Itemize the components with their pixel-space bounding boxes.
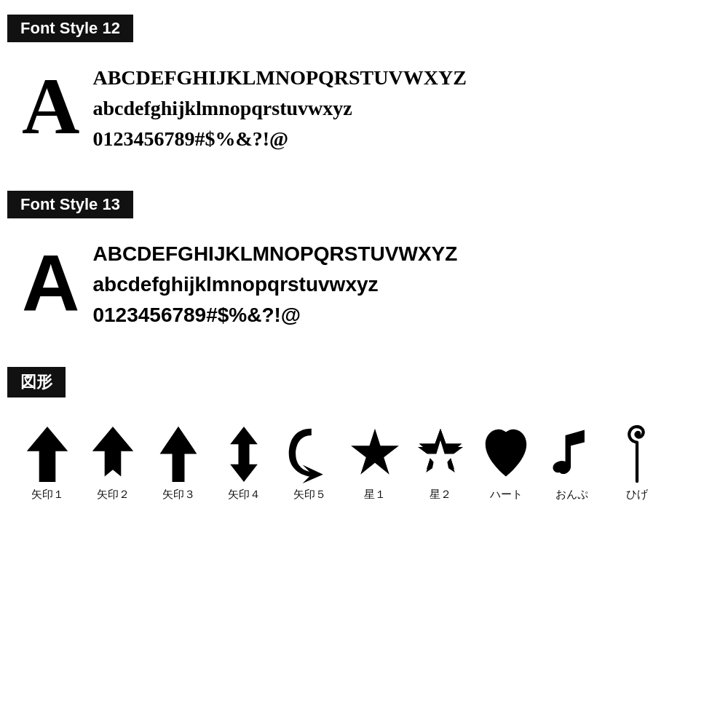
yazirushi3-label: 矢印３ [162, 488, 195, 502]
font-style-13-label: Font Style 13 [7, 191, 133, 218]
figures-label: 図形 [7, 367, 66, 397]
font-style-12-big-letter: A [22, 66, 79, 146]
yazirushi3-icon [153, 425, 204, 483]
page: Font Style 12 A ABCDEFGHIJKLMNOPQRSTUVWX… [0, 0, 728, 545]
svg-marker-0 [27, 427, 68, 482]
svg-marker-1 [92, 427, 133, 477]
figure-heart: ハート [473, 425, 539, 502]
figure-yazirushi2: 矢印２ [80, 425, 146, 502]
font-style-13-big-letter: A [22, 242, 79, 323]
figure-yazirushi4: 矢印４ [211, 425, 277, 502]
figure-hoshi1: 星１ [342, 425, 408, 502]
yazirushi4-icon [218, 425, 269, 483]
figure-hoshi2: 星２ [408, 425, 473, 502]
font-style-12-numbers: 0123456789#$%&?!@ [92, 124, 466, 154]
hoshi2-label: 星２ [430, 488, 451, 502]
yazirushi1-label: 矢印１ [31, 488, 64, 502]
yazirushi2-icon [87, 425, 138, 483]
hoshi1-label: 星１ [364, 488, 386, 502]
yazirushi2-label: 矢印２ [97, 488, 130, 502]
font-style-12-chars: ABCDEFGHIJKLMNOPQRSTUVWXYZ abcdefghijklm… [92, 63, 466, 154]
font-style-13-uppercase: ABCDEFGHIJKLMNOPQRSTUVWXYZ [92, 239, 457, 269]
yazirushi5-label: 矢印５ [293, 488, 326, 502]
font-style-12-label: Font Style 12 [7, 15, 133, 42]
font-style-12-section: Font Style 12 A ABCDEFGHIJKLMNOPQRSTUVWX… [7, 15, 721, 169]
font-style-13-lowercase: abcdefghijklmnopqrstuvwxyz [92, 269, 457, 300]
onpu-label: おんぷ [555, 488, 588, 502]
font-style-13-section: Font Style 13 A ABCDEFGHIJKLMNOPQRSTUVWX… [7, 191, 721, 345]
font-style-12-demo: A ABCDEFGHIJKLMNOPQRSTUVWXYZ abcdefghijk… [7, 55, 721, 169]
heart-label: ハート [490, 488, 523, 502]
hige-label: ひげ [626, 488, 648, 502]
hoshi2-icon [415, 425, 466, 483]
svg-marker-5 [351, 429, 399, 475]
yazirushi4-label: 矢印４ [228, 488, 261, 502]
figure-yazirushi3: 矢印３ [146, 425, 211, 502]
font-style-12-lowercase: abcdefghijklmnopqrstuvwxyz [92, 93, 466, 124]
figure-hige: ひげ [604, 425, 670, 502]
figure-yazirushi5: 矢印５ [277, 425, 342, 502]
svg-marker-4 [230, 427, 258, 482]
font-style-13-numbers: 0123456789#$%&?!@ [92, 300, 457, 331]
font-style-13-demo: A ABCDEFGHIJKLMNOPQRSTUVWXYZ abcdefghijk… [7, 232, 721, 345]
heart-icon [480, 425, 531, 483]
hige-icon [625, 425, 650, 483]
font-style-13-chars: ABCDEFGHIJKLMNOPQRSTUVWXYZ abcdefghijklm… [92, 239, 457, 331]
font-style-12-uppercase: ABCDEFGHIJKLMNOPQRSTUVWXYZ [92, 63, 466, 93]
figures-grid: 矢印１ 矢印２ 矢印３ [7, 411, 721, 509]
figures-section: 図形 矢印１ 矢印２ 矢印３ [7, 367, 721, 509]
figure-yazirushi1: 矢印１ [15, 425, 80, 502]
yazirushi5-icon [284, 425, 335, 483]
yazirushi1-icon [22, 425, 73, 483]
hoshi1-icon [349, 425, 400, 483]
figure-onpu: おんぷ [539, 425, 604, 502]
svg-marker-3 [162, 427, 194, 450]
onpu-icon [552, 425, 592, 483]
